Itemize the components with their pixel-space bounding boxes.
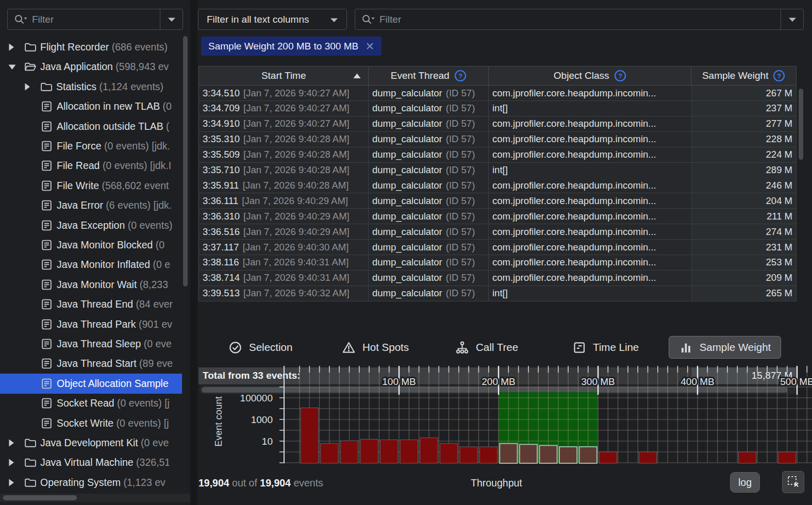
tree-item-operating-system[interactable]: Operating System (1,123 ev — [0, 473, 182, 493]
table-vertical-scrollbar[interactable] — [798, 87, 804, 318]
sample-weight-cell: 209 M — [692, 271, 797, 286]
tree-item-java-monitor-inflated[interactable]: Java Monitor Inflated (0 e — [0, 255, 182, 275]
tab-time-line[interactable]: Time Line — [572, 336, 639, 359]
tree-item-java-thread-start[interactable]: Java Thread Start (89 eve — [0, 354, 182, 374]
tab-sample-weight[interactable]: Sample Weight — [669, 336, 781, 359]
clear-selection-icon — [786, 475, 800, 490]
tab-label: Hot Spots — [362, 341, 409, 354]
scrollbar-thumb[interactable] — [799, 89, 803, 160]
event-detail-panel: Filter in all text columns Sample Weight… — [197, 0, 812, 505]
events-total: 19,904 — [260, 477, 291, 489]
sidebar-filter[interactable] — [7, 9, 183, 30]
table-row[interactable]: 3:34.709[Jan 7, 2026 9:40:27 AM]dump_cal… — [198, 101, 797, 116]
tree-item-file-force[interactable]: File Force (0 events) [jdk. — [0, 136, 182, 156]
event-type-icon — [40, 278, 53, 291]
folder-icon — [24, 456, 37, 469]
table-row[interactable]: 3:39.513[Jan 7, 2026 9:40:32 AM]dump_cal… — [198, 286, 797, 301]
table-row[interactable]: 3:35.710[Jan 7, 2026 9:40:28 AM]dump_cal… — [198, 163, 797, 178]
sidebar-main-divider[interactable] — [190, 0, 197, 505]
tree-item-file-read[interactable]: File Read (0 events) [jdk.I — [0, 156, 182, 176]
scrollbar-thumb[interactable] — [3, 495, 77, 500]
start-time-cell: 3:36.310[Jan 7, 2026 9:40:29 AM] — [198, 209, 369, 224]
event-thread-cell: dump_calculator(ID 57) — [369, 178, 489, 193]
object-class-cell: int[] — [489, 101, 692, 116]
close-icon[interactable] — [366, 42, 374, 50]
table-row[interactable]: 3:38.116[Jan 7, 2026 9:40:31 AM]dump_cal… — [198, 255, 797, 271]
filter-chip-label: Sample Weight 200 MB to 300 MB — [208, 41, 358, 52]
tree-item-label: File Write (568,602 event — [57, 180, 169, 192]
start-time-cell: 3:34.510[Jan 7, 2026 9:40:27 AM] — [198, 86, 369, 101]
tree-item-statistics[interactable]: Statistics (1,124 events) — [0, 77, 182, 97]
log-scale-button[interactable]: log — [730, 472, 760, 493]
column-header-sample-weight[interactable]: Sample Weight? — [691, 66, 796, 85]
table-row[interactable]: 3:38.714[Jan 7, 2026 9:40:31 AM]dump_cal… — [198, 271, 797, 286]
start-time-cell: 3:35.911[Jan 7, 2026 9:40:28 AM] — [198, 178, 369, 193]
sidebar-horizontal-scrollbar[interactable] — [0, 494, 190, 502]
clear-selection-button[interactable] — [782, 471, 804, 493]
tree-item-label: Java Thread Start (89 eve — [57, 358, 173, 369]
tree-item-java-monitor-wait[interactable]: Java Monitor Wait (8,233 — [0, 275, 182, 295]
table-row[interactable]: 3:34.510[Jan 7, 2026 9:40:27 AM]dump_cal… — [198, 86, 797, 101]
tab-hot-spots[interactable]: Hot Spots — [342, 336, 409, 359]
tree-item-java-monitor-blocked[interactable]: Java Monitor Blocked (0 — [0, 235, 182, 255]
sidebar-vertical-scrollbar[interactable] — [182, 34, 189, 492]
tree-item-file-write[interactable]: File Write (568,602 event — [0, 176, 182, 196]
tree-item-socket-read[interactable]: Socket Read (0 events) [j — [0, 393, 182, 413]
scrollbar-thumb[interactable] — [183, 36, 188, 287]
x-tick-label: 400 MB — [681, 376, 714, 387]
tree-item-java-application[interactable]: Java Application (598,943 ev — [0, 57, 182, 77]
sample-weight-cell: 253 M — [692, 255, 797, 271]
table-row[interactable]: 3:35.911[Jan 7, 2026 9:40:28 AM]dump_cal… — [198, 178, 797, 193]
table-filter-options-button[interactable] — [781, 9, 803, 29]
tree-item-count: ( — [166, 121, 170, 132]
column-header-object-class[interactable]: Object Class? — [489, 66, 691, 85]
table-filter[interactable] — [355, 9, 804, 30]
column-header-start-time[interactable]: Start Time — [199, 66, 369, 85]
filter-chip-sample-weight[interactable]: Sample Weight 200 MB to 300 MB — [201, 37, 382, 56]
tree-item-java-thread-end[interactable]: Java Thread End (84 ever — [0, 294, 182, 314]
table-row[interactable]: 3:36.111[Jan 7, 2026 9:40:29 AM]dump_cal… — [198, 193, 797, 209]
tree-item-label: Java Application (598,943 ev — [40, 61, 169, 73]
table-row[interactable]: 3:34.910[Jan 7, 2026 9:40:27 AM]dump_cal… — [198, 116, 797, 132]
tree-item-label: Statistics (1,124 events) — [56, 81, 163, 93]
table-row[interactable]: 3:35.310[Jan 7, 2026 9:40:28 AM]dump_cal… — [198, 132, 797, 147]
sidebar-filter-input[interactable] — [28, 14, 160, 25]
tree-item-java-exception[interactable]: Java Exception (0 events) — [0, 215, 182, 235]
histogram-bar-selected — [559, 447, 577, 463]
collapse-arrow-icon — [8, 459, 14, 466]
folder-icon — [24, 476, 37, 489]
filter-column-select[interactable]: Filter in all text columns — [198, 9, 347, 30]
table-row[interactable]: 3:37.117[Jan 7, 2026 9:40:30 AM]dump_cal… — [198, 240, 797, 255]
tree-item-java-thread-park[interactable]: Java Thread Park (901 ev — [0, 314, 182, 334]
tree-item-java-development-kit[interactable]: Java Development Kit (0 eve — [0, 433, 182, 453]
svg-text:?: ? — [458, 72, 462, 80]
start-time-cell: 3:34.910[Jan 7, 2026 9:40:27 AM] — [198, 116, 369, 132]
table-row[interactable]: 3:35.509[Jan 7, 2026 9:40:28 AM]dump_cal… — [198, 147, 797, 163]
tree-item-allocation-outside-tlab[interactable]: Allocation outside TLAB ( — [0, 116, 182, 137]
tab-selection[interactable]: Selection — [228, 336, 292, 359]
sample-weight-histogram[interactable]: 100000100010Event count100 MB200 MB300 M… — [197, 361, 812, 470]
table-row[interactable]: 3:36.516[Jan 7, 2026 9:40:29 AM]dump_cal… — [198, 224, 797, 240]
histogram-svg[interactable]: 100000100010Event count100 MB200 MB300 M… — [197, 361, 812, 470]
tree-item-count: (901 ev — [139, 318, 172, 330]
sidebar-filter-options-button[interactable] — [160, 9, 183, 29]
event-type-icon — [40, 159, 53, 172]
tree-item-socket-write[interactable]: Socket Write (0 events) [j — [0, 413, 182, 433]
tree-item-label: Java Development Kit (0 eve — [40, 437, 169, 449]
table-filter-input[interactable] — [375, 14, 781, 25]
tree-item-count: (568,602 event — [102, 180, 169, 191]
tree-item-java-thread-sleep[interactable]: Java Thread Sleep (0 eve — [0, 334, 182, 354]
tree-item-object-allocation-sample[interactable]: Object Allocation Sample — [0, 374, 182, 394]
tree-item-java-error[interactable]: Java Error (6 events) [jdk. — [0, 195, 182, 215]
event-type-icon — [40, 258, 53, 271]
tree-item-allocation-in-new-tlab[interactable]: Allocation in new TLAB (0 — [0, 96, 182, 116]
column-header-event-thread[interactable]: Event Thread? — [369, 66, 489, 85]
tree-item-java-virtual-machine[interactable]: Java Virtual Machine (326,51 — [0, 452, 182, 473]
collapse-arrow-icon — [24, 83, 30, 91]
tree-item-count: (0 — [163, 100, 172, 112]
tree-item-flight-recorder[interactable]: Flight Recorder (686 events) — [0, 37, 182, 57]
tab-call-tree[interactable]: Call Tree — [455, 336, 518, 359]
table-row[interactable]: 3:36.310[Jan 7, 2026 9:40:29 AM]dump_cal… — [198, 209, 797, 224]
tree-item-label: Object Allocation Sample — [57, 378, 169, 390]
tree-item-count: (326,51 — [136, 457, 169, 468]
